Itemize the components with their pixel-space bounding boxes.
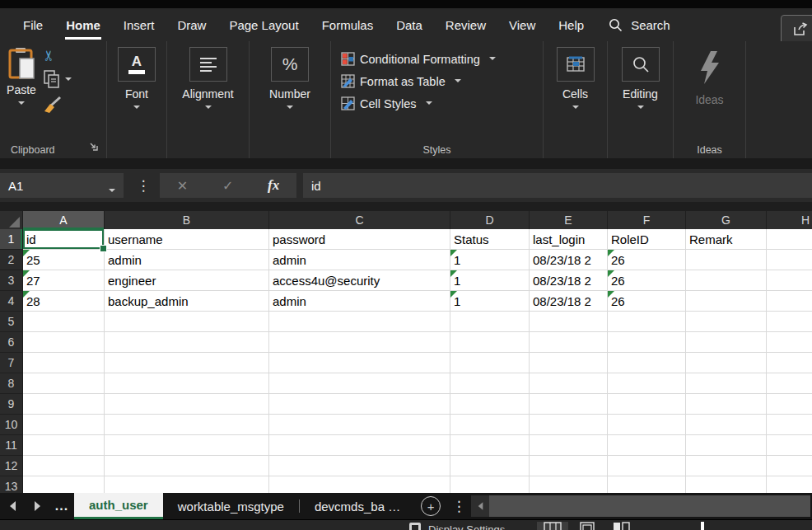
normal-view-button[interactable] xyxy=(537,522,568,530)
cell-C6[interactable] xyxy=(269,332,450,353)
number-button[interactable]: % Number xyxy=(250,41,330,109)
cell-F12[interactable] xyxy=(608,456,686,476)
menu-tab-help[interactable]: Help xyxy=(547,8,595,41)
cell-A13[interactable] xyxy=(23,476,105,493)
cell-G13[interactable] xyxy=(686,476,767,493)
cut-button[interactable]: ✂ xyxy=(43,49,72,63)
next-sheet-button[interactable] xyxy=(25,493,49,519)
cell-A11[interactable] xyxy=(23,435,105,456)
cell-G6[interactable] xyxy=(686,332,767,353)
cell-H13[interactable] xyxy=(767,476,812,493)
cell-E7[interactable] xyxy=(530,353,608,373)
row-header-1[interactable]: 1 xyxy=(0,229,23,250)
cell-A7[interactable] xyxy=(23,353,105,373)
cell-D12[interactable] xyxy=(450,456,530,476)
cell-A4[interactable]: 28 xyxy=(23,291,105,312)
cell-B13[interactable] xyxy=(105,476,269,493)
formula-bar-kebab-icon[interactable]: ⋮ xyxy=(132,173,155,198)
cell-F13[interactable] xyxy=(608,476,686,493)
menu-tab-data[interactable]: Data xyxy=(385,8,434,41)
cell-F1[interactable]: RoleID xyxy=(608,229,686,250)
menu-tab-home[interactable]: Home xyxy=(54,8,112,41)
cell-G12[interactable] xyxy=(686,456,767,476)
cell-D2[interactable]: 1 xyxy=(450,250,530,270)
formula-input[interactable]: id xyxy=(303,173,812,198)
row-header-7[interactable]: 7 xyxy=(0,353,23,373)
cell-B1[interactable]: username xyxy=(105,229,269,250)
cell-G7[interactable] xyxy=(686,353,767,373)
cell-B9[interactable] xyxy=(105,394,269,415)
cell-F10[interactable] xyxy=(608,415,686,435)
format-painter-button[interactable] xyxy=(43,96,72,114)
row-header-9[interactable]: 9 xyxy=(0,394,23,415)
cell-A5[interactable] xyxy=(23,312,105,332)
search-box[interactable]: Search xyxy=(609,11,671,40)
display-settings-label[interactable]: Display Settings xyxy=(428,523,505,530)
row-header-5[interactable]: 5 xyxy=(0,312,23,332)
sheet-tab-worktable-msgtype[interactable]: worktable_msgtype xyxy=(163,493,299,519)
cell-E11[interactable] xyxy=(530,435,608,456)
row-header-4[interactable]: 4 xyxy=(0,291,23,312)
cell-D10[interactable] xyxy=(450,415,530,435)
page-layout-view-button[interactable] xyxy=(572,522,603,530)
cell-C11[interactable] xyxy=(269,435,450,456)
sheet-tab-devcmds-ba-[interactable]: devcmds_ba … xyxy=(300,493,415,519)
column-header-D[interactable]: D xyxy=(450,211,530,229)
font-button[interactable]: A Font xyxy=(107,41,166,109)
cell-E1[interactable]: last_login xyxy=(530,229,608,250)
cell-C8[interactable] xyxy=(269,373,450,394)
column-header-H[interactable]: H xyxy=(767,211,812,229)
name-box[interactable]: A1 xyxy=(0,173,124,198)
cell-A12[interactable] xyxy=(23,456,105,476)
cell-H8[interactable] xyxy=(767,373,812,394)
cell-F5[interactable] xyxy=(608,312,686,332)
select-all-corner[interactable] xyxy=(0,211,23,229)
cell-E9[interactable] xyxy=(530,394,608,415)
cell-G5[interactable] xyxy=(686,312,767,332)
cell-D3[interactable]: 1 xyxy=(450,270,530,291)
cell-H1[interactable] xyxy=(767,229,812,250)
cell-B5[interactable] xyxy=(105,312,269,332)
cell-H11[interactable] xyxy=(767,435,812,456)
sheet-options-kebab-icon[interactable]: ⋮ xyxy=(446,493,471,519)
fill-handle[interactable] xyxy=(100,245,107,252)
cell-A8[interactable] xyxy=(23,373,105,394)
cell-F4[interactable]: 26 xyxy=(608,291,686,312)
column-header-C[interactable]: C xyxy=(269,211,450,229)
cell-A10[interactable] xyxy=(23,415,105,435)
prev-sheet-button[interactable] xyxy=(0,493,25,519)
cell-E12[interactable] xyxy=(530,456,608,476)
cell-G11[interactable] xyxy=(686,435,767,456)
cell-F2[interactable]: 26 xyxy=(608,250,686,270)
column-header-E[interactable]: E xyxy=(530,211,608,229)
cell-F9[interactable] xyxy=(608,394,686,415)
cells-button[interactable]: Cells xyxy=(544,41,607,109)
cell-H3[interactable] xyxy=(767,270,812,291)
cell-G9[interactable] xyxy=(686,394,767,415)
row-header-6[interactable]: 6 xyxy=(0,332,23,353)
cell-C12[interactable] xyxy=(269,456,450,476)
share-button[interactable] xyxy=(781,15,812,41)
cell-G8[interactable] xyxy=(686,373,767,394)
cell-A3[interactable]: 27 xyxy=(23,270,105,291)
cell-F3[interactable]: 26 xyxy=(608,270,686,291)
cell-E2[interactable]: 08/23/18 2 xyxy=(530,250,608,270)
more-sheets-button[interactable]: ... xyxy=(49,493,74,519)
cell-A2[interactable]: 25 xyxy=(23,250,105,270)
row-header-12[interactable]: 12 xyxy=(0,456,23,476)
copy-button[interactable] xyxy=(43,70,72,88)
cell-H2[interactable] xyxy=(767,250,812,270)
scroll-left-button[interactable] xyxy=(471,495,489,517)
cell-C5[interactable] xyxy=(269,312,450,332)
cell-C13[interactable] xyxy=(269,476,450,493)
cell-A1[interactable]: id xyxy=(23,229,105,250)
cell-E13[interactable] xyxy=(530,476,608,493)
row-header-13[interactable]: 13 xyxy=(0,476,23,493)
page-break-view-button[interactable] xyxy=(606,522,637,530)
cell-H9[interactable] xyxy=(767,394,812,415)
cell-F6[interactable] xyxy=(608,332,686,353)
cell-F8[interactable] xyxy=(608,373,686,394)
cell-E3[interactable]: 08/23/18 2 xyxy=(530,270,608,291)
menu-tab-review[interactable]: Review xyxy=(434,8,497,41)
cell-C10[interactable] xyxy=(269,415,450,435)
